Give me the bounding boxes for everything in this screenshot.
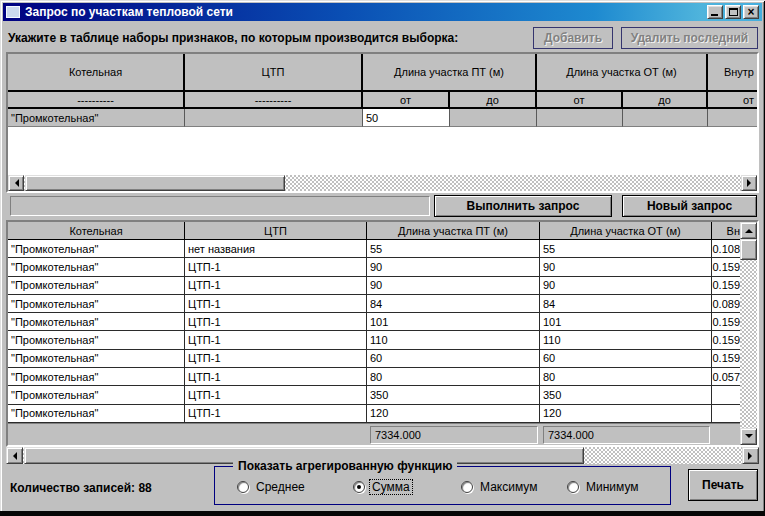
arrow-down-icon bbox=[745, 434, 753, 442]
table-row[interactable]: "Промкотельная"ЦТП-160600.159 bbox=[8, 350, 740, 368]
run-query-button[interactable]: Выполнить запрос bbox=[434, 195, 612, 217]
close-icon: × bbox=[747, 7, 754, 17]
criteria-cell-ot-to[interactable] bbox=[623, 109, 708, 127]
table-cell: 90 bbox=[367, 258, 540, 275]
table-cell: "Промкотельная" bbox=[8, 405, 185, 422]
table-cell: "Промкотельная" bbox=[8, 313, 185, 330]
table-cell: ЦТП-1 bbox=[185, 295, 367, 312]
table-row[interactable]: "Промкотельная"ЦТП-180800.057 bbox=[8, 368, 740, 386]
new-query-button[interactable]: Новый запрос bbox=[622, 195, 757, 217]
table-row[interactable]: "Промкотельная"ЦТП-11101100.159 bbox=[8, 331, 740, 349]
table-row[interactable]: "Промкотельная"ЦТП-190900.159 bbox=[8, 277, 740, 295]
table-cell: "Промкотельная" bbox=[8, 368, 185, 385]
query-grid-subheader: ---------- ---------- от до от до от bbox=[8, 92, 757, 109]
table-cell: 110 bbox=[367, 331, 540, 348]
total-ot: 7334.000 bbox=[543, 426, 710, 444]
table-cell: "Промкотельная" bbox=[8, 350, 185, 367]
subcolumn-header: ---------- bbox=[8, 92, 185, 109]
titlebar: Запрос по участкам тепловой сети × bbox=[3, 3, 762, 21]
table-cell: 55 bbox=[540, 240, 712, 257]
scroll-thumb[interactable] bbox=[25, 175, 285, 191]
table-cell: 350 bbox=[540, 386, 712, 403]
query-grid-header: Котельная ЦТП Длина участка ПТ (м) Длина… bbox=[8, 54, 757, 92]
criteria-cell-ctp[interactable] bbox=[185, 109, 363, 127]
criteria-cell-vn-from[interactable] bbox=[708, 109, 757, 127]
table-cell: 60 bbox=[540, 350, 712, 367]
criteria-cell-pt-to[interactable] bbox=[450, 109, 537, 127]
table-cell: 0.159 bbox=[712, 258, 740, 275]
arrow-right-icon bbox=[747, 179, 755, 187]
column-header: Вн bbox=[712, 222, 740, 239]
table-row[interactable]: "Промкотельная"ЦТП-11011010.159 bbox=[8, 313, 740, 331]
table-cell: ЦТП-1 bbox=[185, 258, 367, 275]
table-cell: 0.057 bbox=[712, 368, 740, 385]
radio-average[interactable]: Среднее bbox=[237, 480, 307, 494]
query-criteria-row: "Промкотельная" 50 bbox=[8, 109, 757, 127]
table-cell: "Промкотельная" bbox=[8, 258, 185, 275]
radio-icon bbox=[567, 481, 579, 493]
criteria-cell-kotelnaya[interactable]: "Промкотельная" bbox=[8, 109, 185, 127]
table-cell: 0.089 bbox=[712, 295, 740, 312]
totals-row: 7334.000 7334.000 bbox=[8, 423, 740, 445]
radio-icon bbox=[461, 481, 473, 493]
scroll-left-button[interactable] bbox=[6, 447, 23, 464]
table-cell: "Промкотельная" bbox=[8, 240, 185, 257]
radio-maximum[interactable]: Максимум bbox=[461, 480, 539, 494]
subcolumn-header: ---------- bbox=[185, 92, 363, 109]
table-cell: 101 bbox=[367, 313, 540, 330]
scroll-thumb[interactable] bbox=[740, 239, 757, 260]
table-cell: 0.159 bbox=[712, 350, 740, 367]
table-cell bbox=[712, 386, 740, 403]
table-cell bbox=[712, 405, 740, 422]
scroll-left-button[interactable] bbox=[8, 175, 24, 191]
maximize-icon bbox=[729, 8, 738, 16]
result-grid: Котельная ЦТП Длина участка ПТ (м) Длина… bbox=[8, 222, 740, 445]
table-row[interactable]: "Промкотельная"ЦТП-1350350 bbox=[8, 386, 740, 404]
progress-bar bbox=[10, 196, 430, 216]
groupbox-title: Показать агрегированную функцию bbox=[233, 459, 457, 473]
table-cell: 101 bbox=[540, 313, 712, 330]
table-cell: 120 bbox=[367, 405, 540, 422]
table-cell: 120 bbox=[540, 405, 712, 422]
table-cell: ЦТП-1 bbox=[185, 405, 367, 422]
scroll-track[interactable] bbox=[740, 239, 757, 428]
subcolumn-header: от bbox=[537, 92, 623, 109]
table-cell: "Промкотельная" bbox=[8, 295, 185, 312]
radio-minimum[interactable]: Минимум bbox=[567, 480, 641, 494]
record-count-label: Количество записей: 88 bbox=[10, 481, 152, 495]
table-row[interactable]: "Промкотельная"ЦТП-184840.089 bbox=[8, 295, 740, 313]
table-row[interactable]: "Промкотельная"нет названия55550.108 bbox=[8, 240, 740, 258]
close-button[interactable]: × bbox=[743, 5, 759, 19]
minimize-icon bbox=[711, 14, 718, 16]
table-row[interactable]: "Промкотельная"ЦТП-1120120 bbox=[8, 405, 740, 423]
column-header: Котельная bbox=[8, 222, 185, 239]
minimize-button[interactable] bbox=[707, 5, 723, 19]
criteria-cell-pt-from[interactable]: 50 bbox=[363, 109, 450, 127]
table-cell: ЦТП-1 bbox=[185, 277, 367, 294]
query-grid-hscrollbar bbox=[8, 175, 757, 191]
print-button[interactable]: Печать bbox=[688, 469, 758, 501]
criteria-cell-ot-from[interactable] bbox=[537, 109, 623, 127]
table-cell: ЦТП-1 bbox=[185, 331, 367, 348]
arrow-right-icon bbox=[748, 452, 756, 460]
radio-icon bbox=[237, 481, 249, 493]
arrow-left-icon bbox=[11, 179, 19, 187]
subcolumn-header: от bbox=[708, 92, 757, 109]
table-cell: 80 bbox=[367, 368, 540, 385]
maximize-button[interactable] bbox=[725, 5, 741, 19]
scroll-down-button[interactable] bbox=[740, 428, 757, 445]
table-row[interactable]: "Промкотельная"ЦТП-190900.159 bbox=[8, 258, 740, 276]
radio-sum[interactable]: Сумма bbox=[353, 480, 412, 494]
add-button[interactable]: Добавить bbox=[533, 27, 613, 49]
delete-last-button[interactable]: Удалить последний bbox=[621, 27, 758, 49]
table-cell: 84 bbox=[540, 295, 712, 312]
table-cell: 80 bbox=[540, 368, 712, 385]
table-cell: 84 bbox=[367, 295, 540, 312]
scroll-up-button[interactable] bbox=[740, 222, 757, 239]
radio-label: Минимум bbox=[584, 480, 641, 494]
scroll-right-button[interactable] bbox=[741, 175, 757, 191]
column-header: Котельная bbox=[8, 54, 185, 92]
radio-label: Среднее bbox=[254, 480, 307, 494]
query-window: Запрос по участкам тепловой сети × Укажи… bbox=[0, 0, 765, 516]
scroll-right-button[interactable] bbox=[742, 447, 759, 464]
